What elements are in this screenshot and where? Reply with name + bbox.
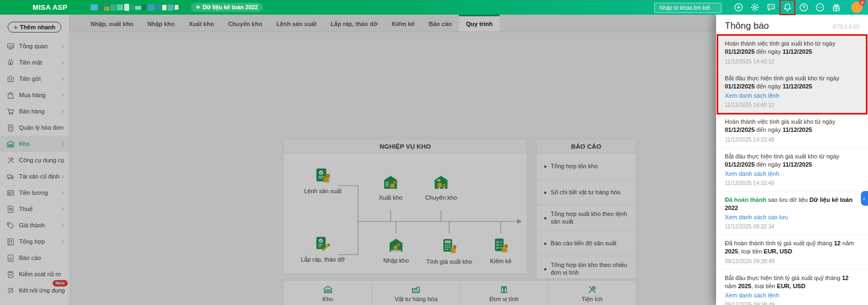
panel-collapse-handle[interactable]: ‹	[861, 191, 868, 206]
sidebar-item-report[interactable]: Báo cáo	[0, 250, 69, 266]
chevron-right-icon: ›	[62, 221, 64, 229]
sidebar-item-purchase[interactable]: Mua hàng›	[0, 87, 69, 103]
quick-add-button[interactable]: + Thêm nhanh	[8, 22, 61, 33]
sidebar-item-salary[interactable]: Tiền lương›	[0, 185, 69, 201]
tab-b-o-c-o[interactable]: Báo cáo	[422, 15, 459, 31]
tab-xu-t-kho[interactable]: Xuất kho	[182, 15, 221, 31]
more-icon[interactable]	[815, 3, 825, 12]
notification-item[interactable]: Bắt đầu thực hiện tính tỷ giá xuất quỹ t…	[716, 270, 868, 305]
process-node-tg[interactable]: Tính giá xuất kho	[417, 238, 482, 266]
chevron-left-icon: ‹	[863, 195, 865, 202]
whats-new-icon[interactable]	[832, 3, 841, 12]
app-grid-icon[interactable]	[5, 4, 13, 11]
help-icon[interactable]	[799, 3, 808, 12]
tab-nh-p-xu-t-kho[interactable]: Nhập, xuất kho	[84, 15, 141, 31]
tab-chuy-n-kho[interactable]: Chuyển kho	[221, 15, 269, 31]
sidebar-item-overview[interactable]: Tổng quan›	[0, 38, 69, 54]
report-link[interactable]: ●Báo cáo tiến độ sản xuất	[537, 230, 636, 256]
new-badge: New	[53, 280, 68, 287]
process-node-ck[interactable]: Chuyển kho	[413, 174, 469, 202]
notification-text: Hoàn thành việc tính giá xuất kho từ ngà…	[725, 118, 859, 135]
process-node-nk[interactable]: Nhập kho	[368, 237, 424, 265]
sidebar-item-cash[interactable]: Tiền mặt›	[0, 54, 69, 71]
notification-item[interactable]: Đã hoàn thành sao lưu dữ liệu Dữ liệu kế…	[716, 192, 868, 235]
risk-icon	[7, 270, 15, 278]
process-node-label: Kiểm kê	[473, 258, 529, 265]
notification-list: Hoàn thành việc tính giá xuất kho từ ngà…	[716, 35, 868, 305]
process-node-xk[interactable]: Xuất kho	[362, 174, 419, 202]
sidebar-item-invoice[interactable]: Quản lý hóa đơn›	[0, 119, 69, 136]
sidebar-item-tax[interactable]: Thuế›	[0, 201, 69, 217]
avatar[interactable]: 2	[851, 2, 863, 13]
sidebar-item-sales[interactable]: Bán hàng›	[0, 103, 69, 119]
report-link[interactable]: ●Tổng hợp xuất kho theo lệnh sản xuất	[537, 205, 636, 230]
report-link[interactable]: ●Sổ chi tiết vật tư hàng hóa	[537, 179, 636, 205]
quick-access-warehouse-qa[interactable]: Kho	[284, 281, 372, 305]
notification-text: Bắt đầu thực hiện tính tỷ giá xuất quỹ t…	[725, 274, 859, 291]
download-icon[interactable]	[734, 3, 743, 12]
report-list: ●Tổng hợp tồn kho●Sổ chi tiết vật tư hàn…	[537, 154, 636, 281]
notification-text: Hoàn thành việc tính giá xuất kho từ ngà…	[725, 40, 859, 56]
notification-item[interactable]: Đã hoàn thành tính tỷ giá xuất quỹ tháng…	[716, 235, 868, 270]
notification-item[interactable]: Hoàn thành việc tính giá xuất kho từ ngà…	[716, 113, 868, 148]
process-node-lsx[interactable]: Lệnh sản xuất	[295, 168, 351, 195]
sidebar-item-warehouse[interactable]: Kho›	[0, 136, 69, 152]
quick-access-bar: KhoVật tư hàng hóaĐơn vị tínhTiện ích	[283, 280, 636, 305]
utilities-icon	[588, 285, 597, 294]
notification-link[interactable]: Xem danh sách lệnh	[725, 291, 859, 300]
quick-access-goods[interactable]: Vật tư hàng hóa	[372, 281, 459, 305]
bell-icon[interactable]	[783, 3, 792, 12]
warehouse-qa-icon	[323, 285, 333, 294]
sidebar-item-tools[interactable]: Công cụ dụng cụ›	[0, 152, 69, 168]
process-node-lr[interactable]: Lắp ráp, tháo dỡ	[301, 236, 345, 264]
hamburger-menu-icon[interactable]	[75, 4, 84, 11]
notification-timestamp: 11/12/2025 08:32:34	[725, 223, 859, 231]
sidebar-item-ledger[interactable]: Tổng hợp›	[0, 233, 69, 250]
chat-icon[interactable]	[767, 3, 776, 12]
notification-panel: Thông báo R78.0.0.50 Hoàn thành việc tín…	[716, 15, 868, 305]
report-link[interactable]: ●Tổng hợp tồn kho	[537, 154, 636, 179]
process-node-kk[interactable]: Kiểm kê	[473, 238, 529, 265]
tab-l-nh-s-n-xu-t[interactable]: Lệnh sản xuất	[269, 15, 323, 31]
chevron-right-icon: ›	[62, 173, 64, 180]
sidebar-item-connect[interactable]: Kết nối ứng dụngNew	[0, 282, 69, 298]
cost-icon	[7, 221, 15, 230]
status-dot-icon	[196, 5, 200, 9]
search-icon[interactable]	[713, 4, 719, 10]
quick-access-label: Vật tư hàng hóa	[394, 296, 437, 302]
notification-link[interactable]: Xem danh sách lệnh	[725, 170, 859, 178]
notification-item[interactable]: Bắt đầu thực hiện tính giá xuất kho từ n…	[718, 70, 866, 113]
quick-access-utilities[interactable]: Tiện ích	[548, 281, 636, 305]
tab-l-p-r-p-th-o-d-[interactable]: Lắp ráp, tháo dỡ	[323, 15, 385, 31]
purchase-icon	[7, 91, 15, 99]
settings-icon[interactable]	[750, 3, 760, 12]
notification-link[interactable]: Xem danh sách sao lưu	[725, 213, 859, 221]
chevron-right-icon: ›	[62, 107, 64, 115]
production-order-icon	[315, 168, 331, 184]
company-name-redacted	[91, 4, 178, 11]
sidebar-item-cost[interactable]: Giá thành›	[0, 217, 69, 233]
topbar: MISA ASP Dữ liệu kế toán 2022	[0, 0, 868, 15]
tab-ki-m-k-[interactable]: Kiểm kê	[385, 15, 422, 31]
chevron-right-icon: ›	[62, 156, 64, 164]
tab-nh-p-kho[interactable]: Nhập kho	[141, 15, 182, 31]
notification-link[interactable]: Xem danh sách lệnh	[725, 92, 859, 100]
sidebar-item-asset[interactable]: Tài sản cố định›	[0, 168, 69, 185]
notification-item[interactable]: Hoàn thành việc tính giá xuất kho từ ngà…	[718, 35, 866, 70]
tab-quy-tr-nh[interactable]: Quy trình	[459, 15, 500, 31]
quick-access-unit[interactable]: Đơn vị tính	[460, 281, 548, 305]
sidebar-item-bank[interactable]: Tiền gửi›	[0, 71, 69, 87]
report-link[interactable]: ●Tổng hợp tồn kho theo nhiều đơn vị tính	[537, 256, 636, 281]
process-diagram: Lệnh sản xuấtXuất khoChuyển khoLắp ráp, …	[284, 154, 527, 274]
notification-timestamp: 11/12/2025 14:40:12	[725, 58, 859, 66]
sidebar-item-label: Tiền lương	[19, 189, 48, 196]
notification-item[interactable]: Bắt đầu thực hiện tính giá xuất kho từ n…	[716, 148, 868, 192]
app-version: R78.0.0.50	[833, 24, 859, 30]
search-input[interactable]	[654, 3, 722, 13]
process-node-label: Lệnh sản xuất	[295, 188, 351, 195]
report-panel-title: BÁO CÁO	[537, 139, 636, 154]
accounting-data-badge[interactable]: Dữ liệu kế toán 2022	[191, 3, 263, 12]
sidebar-item-label: Quản lý hóa đơn	[19, 124, 63, 131]
chevron-right-icon: ›	[62, 75, 64, 82]
report-link-label: Sổ chi tiết vật tư hàng hóa	[551, 188, 620, 196]
